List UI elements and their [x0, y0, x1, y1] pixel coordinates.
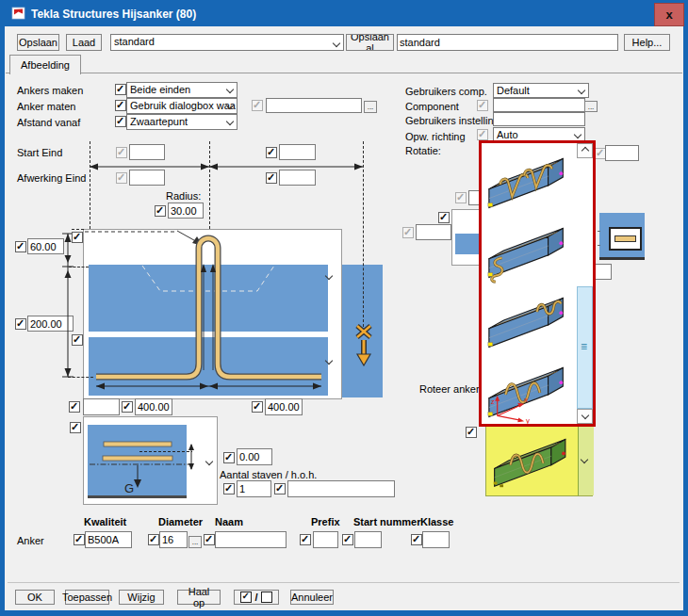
window-title: Tekla Structures Hijsanker (80) [31, 8, 196, 21]
top-right-input[interactable] [605, 145, 639, 161]
tekla-dialog-window: Tekla Structures Hijsanker (80) x Opslaa… [0, 0, 688, 616]
anchor-section-diagram [83, 229, 342, 399]
roteer-anker-checkbox[interactable] [466, 427, 477, 438]
close-icon: x [665, 8, 672, 22]
anker-maten-checkbox[interactable] [115, 100, 126, 111]
ankers-maken-checkbox[interactable] [115, 84, 126, 95]
toggle-all-checkboxes-button[interactable]: / [234, 590, 279, 605]
wijzig-button[interactable]: Wijzig [119, 590, 164, 605]
afwerking-eind-right-checkbox[interactable] [266, 172, 277, 184]
chevron-down-icon [226, 118, 234, 125]
kwaliteit-checkbox[interactable] [74, 534, 85, 545]
hoh-checkbox[interactable] [274, 483, 286, 494]
laad-button[interactable]: Laad [66, 34, 102, 51]
hoh-input[interactable] [287, 480, 395, 497]
toepassen-button[interactable]: Toepassen [65, 590, 109, 605]
klasse-input[interactable] [422, 531, 450, 548]
dashed-connector-bottom [68, 377, 93, 378]
settings-dropdown[interactable]: standard [110, 34, 344, 51]
start-nummer-input[interactable] [354, 531, 382, 548]
klasse-header: Klasse [420, 516, 453, 527]
rotation-option-3[interactable] [483, 286, 576, 354]
tekla-logo-icon [11, 6, 26, 21]
naam-input[interactable] [215, 531, 287, 548]
aantal-checkbox[interactable] [223, 483, 235, 494]
gebruikers-instelling-input[interactable] [493, 112, 585, 126]
roteer-anker-dropdown[interactable] [485, 423, 593, 496]
anker-maten-browse-button[interactable]: ... [364, 101, 377, 113]
scroll-up-button[interactable] [577, 143, 593, 158]
start-eind-left-checkbox[interactable] [116, 147, 127, 158]
rotation-option-2[interactable] [483, 217, 576, 284]
leg-extra-checkbox[interactable] [69, 401, 80, 413]
right-leg-checkbox[interactable] [252, 401, 263, 413]
diagram-top-checkbox[interactable] [72, 232, 83, 243]
offset-checkbox[interactable] [223, 452, 235, 463]
rotation-value-input[interactable] [416, 224, 451, 240]
rotation-aux-checkbox[interactable] [455, 192, 467, 203]
preview-checkbox[interactable] [438, 212, 450, 223]
beam-anchor-image-2 [483, 217, 576, 284]
diagram-mid-checkbox[interactable] [72, 334, 83, 346]
rotatie-dropdown-popup: z x y [479, 140, 596, 427]
annuleer-button[interactable]: Annuleer [290, 590, 334, 605]
prefix-input[interactable] [313, 531, 338, 548]
diameter-input[interactable] [159, 531, 188, 548]
afstand-vanaf-label: Afstand vanaf [17, 117, 80, 128]
titlebar[interactable]: Tekla Structures Hijsanker (80) x [0, 0, 688, 26]
scroll-down-button[interactable] [577, 409, 593, 424]
anker-maten-file-input[interactable] [266, 98, 362, 113]
offset-input[interactable] [237, 448, 272, 465]
ankers-maken-dropdown[interactable]: Beide einden [126, 82, 238, 98]
rotation-value-checkbox[interactable] [402, 227, 414, 238]
start-eind-right-checkbox[interactable] [266, 147, 277, 158]
footer-separator [8, 582, 680, 583]
chevron-down-icon [333, 40, 340, 47]
left-leg-checkbox[interactable] [122, 401, 133, 413]
naam-checkbox[interactable] [204, 534, 215, 545]
right-leg-input[interactable] [265, 398, 303, 415]
afstand-vanaf-checkbox[interactable] [115, 116, 126, 127]
opw-richting-checkbox[interactable] [477, 129, 488, 140]
ok-button[interactable]: OK [15, 590, 55, 605]
anker-maten-file-checkbox[interactable] [252, 100, 263, 111]
diameter-checkbox[interactable] [148, 534, 159, 545]
top-cover-checkbox[interactable] [15, 241, 26, 252]
anker-maten-dropdown[interactable]: Gebruik dialogbox waa [126, 98, 238, 114]
component-checkbox[interactable] [477, 100, 488, 111]
klasse-checkbox[interactable] [411, 534, 422, 545]
opslaan-als-button[interactable]: Opslaan al [346, 34, 394, 51]
radius-input[interactable] [168, 203, 204, 219]
chevron-down-icon [226, 86, 234, 93]
component-input[interactable] [493, 98, 585, 112]
leg-extra-input[interactable] [83, 398, 120, 415]
opw-richting-dropdown[interactable]: Auto [493, 127, 585, 141]
depth-checkbox[interactable] [15, 318, 26, 330]
left-leg-input[interactable] [135, 398, 172, 415]
help-button[interactable]: Help... [624, 34, 670, 51]
scrollbar-thumb[interactable] [577, 286, 593, 409]
saveas-name-input[interactable] [397, 34, 618, 51]
haal-op-button[interactable]: Haal op [177, 590, 221, 605]
prefix-checkbox[interactable] [300, 534, 311, 545]
tab-separator [6, 73, 682, 73]
kwaliteit-input[interactable] [85, 531, 132, 548]
radius-checkbox[interactable] [155, 205, 166, 217]
aantal-input[interactable] [237, 480, 271, 497]
start-eind-left-input[interactable] [129, 144, 165, 160]
start-nummer-checkbox[interactable] [342, 534, 353, 545]
rotation-option-1[interactable] [483, 147, 576, 215]
rotation-option-4[interactable]: z x y [483, 356, 576, 424]
diameter-browse-button[interactable]: ... [188, 536, 202, 548]
tab-afbeelding[interactable]: Afbeelding [9, 55, 81, 74]
close-button[interactable]: x [654, 3, 684, 26]
gebruikers-comp-dropdown[interactable]: Default [493, 83, 589, 98]
component-browse-button[interactable]: ... [584, 101, 598, 112]
opslaan-button[interactable]: Opslaan [17, 34, 59, 51]
roteer-anker-label: Roteer anker [419, 383, 480, 395]
afstand-vanaf-dropdown[interactable]: Zwaartepunt [126, 114, 238, 130]
g-label: G [124, 481, 134, 495]
plan-diagram-checkbox[interactable] [70, 422, 81, 433]
afwerking-eind-left-checkbox[interactable] [116, 172, 127, 184]
start-eind-right-input[interactable] [279, 144, 316, 160]
